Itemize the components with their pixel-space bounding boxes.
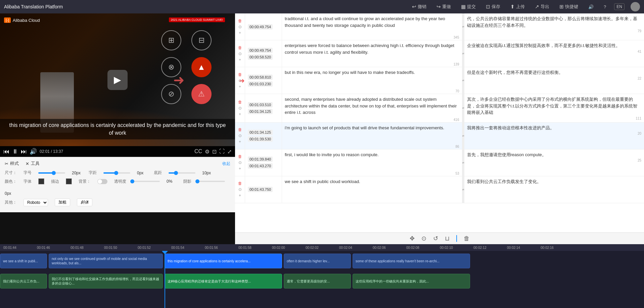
underline-tool-icon[interactable]: ⊔ — [445, 235, 450, 242]
expand-button[interactable]: ⤢ — [227, 148, 232, 155]
timeline-tick: 00:02:06 — [373, 246, 406, 250]
delete-icon[interactable]: 🗑 — [238, 72, 242, 77]
add-icon[interactable]: + — [239, 84, 241, 89]
shadow-slider[interactable] — [198, 181, 225, 182]
caption-button[interactable]: CC — [194, 148, 202, 155]
delete-icon[interactable]: 🗑 — [238, 154, 242, 159]
play-button-overlay[interactable]: ▶ — [107, 70, 128, 90]
fullscreen-button[interactable]: ⛶ — [219, 148, 225, 155]
left-panel: [-] Alibaba Cloud 2021 ALIBABA CLOUD SUM… — [0, 13, 235, 244]
pip-button[interactable]: ⊡ — [212, 148, 217, 155]
shortcuts-button[interactable]: ⊞ 快捷键 — [557, 3, 580, 10]
row-target[interactable]: 但是在这个新时代，您将不再需要进行这些权衡。 22 — [464, 67, 644, 94]
delete-tool-icon[interactable]: 🗑 — [464, 235, 470, 242]
icon-grid-6: ⚠ — [191, 84, 212, 104]
delete-icon[interactable]: 🗑 — [238, 181, 242, 186]
copy-icon[interactable]: ⊙ — [238, 160, 242, 165]
row-actions: 🗑 ⊙ + — [235, 13, 245, 40]
tl-segment-zh[interactable]: 这种核心应用程序的迁移肯定是由于大流行和这种类型... — [165, 274, 282, 289]
delete-icon[interactable]: 🗑 — [238, 100, 242, 104]
copy-tool-icon[interactable]: ⊙ — [421, 235, 426, 242]
tl-segment-zh[interactable]: 我们看到公共云工作负... — [0, 274, 47, 289]
rotate-tool-icon[interactable]: ↺ — [433, 235, 438, 242]
row-source[interactable]: i'm going to launch set of products that… — [282, 123, 462, 149]
delete-icon[interactable]: 🗑 — [238, 127, 242, 132]
bg-toggle[interactable] — [97, 179, 107, 184]
add-icon[interactable]: + — [239, 31, 241, 35]
row-target[interactable]: 其次，许多企业已经在数据中心内采用了分布式的横向扩展系统架构，但现在最重要的是，… — [464, 94, 644, 122]
tl-segment-en[interactable]: not only do we see continued growth of m… — [49, 254, 163, 268]
bold-button[interactable]: 加粗 — [55, 199, 70, 206]
add-icon[interactable]: + — [239, 193, 241, 198]
play-pause-button[interactable]: ⏸ — [12, 148, 18, 155]
tl-segment-en[interactable]: often it demands higher lev... — [284, 254, 351, 268]
row-source[interactable]: we see a shift in public cloud workload. — [282, 176, 462, 203]
undo-button[interactable]: ↩ 撤销 — [410, 3, 428, 10]
delete-icon[interactable]: 🗑 — [238, 18, 242, 23]
row-source[interactable]: first, i would like to invite you to rea… — [282, 149, 462, 176]
copy-icon[interactable]: ⊙ — [238, 51, 242, 56]
tab-style[interactable]: ✂ 样式 — [5, 161, 19, 167]
export-button[interactable]: ↗ 导出 — [533, 3, 551, 10]
font-size-slider[interactable] — [38, 172, 65, 174]
video-player[interactable]: [-] Alibaba Cloud 2021 ALIBABA CLOUD SUM… — [0, 13, 235, 146]
target-text: 其次，许多企业已经在数据中心内采用了分布式的横向扩展系统架构，但现在最重要的是，… — [467, 96, 642, 116]
playhead-line — [165, 251, 165, 308]
row-target[interactable]: 首先，我想邀请您使用reason compute。 25 — [464, 149, 644, 176]
tl-segment-zh[interactable]: 我们不仅看到了移动和社交媒体工作负载的持续增长，而且还看到越来越多的企业核心..… — [49, 274, 163, 289]
tl-segment-en[interactable]: we see a shift in publi... — [0, 254, 47, 268]
copy-icon[interactable]: ⊙ — [238, 106, 242, 111]
copy-icon[interactable]: ⊙ — [238, 25, 242, 29]
add-icon[interactable]: + — [239, 112, 241, 117]
next-button[interactable]: ⏭ — [21, 148, 27, 155]
language-selector[interactable]: EN — [614, 3, 625, 10]
row-target[interactable]: 代，公共云的存储容量将超过传统的企业数据中心，那么云将继续加速增长。多年来，基础… — [464, 13, 644, 40]
tl-segment-en[interactable]: this migration of core applications is c… — [165, 254, 282, 268]
add-icon[interactable]: + — [239, 57, 241, 62]
row-target[interactable]: 我将推出一套将推动这些根本性改进的产品。 20 — [464, 123, 644, 149]
row-source[interactable]: traditional i.t. and a cloud will contin… — [282, 13, 462, 40]
avatar[interactable] — [631, 2, 640, 11]
stroke-color-picker[interactable] — [66, 178, 72, 184]
copy-icon[interactable]: ⊙ — [238, 187, 242, 192]
source-text: traditional i.t. and a cloud will contin… — [285, 15, 459, 29]
tl-segment-en[interactable]: some of these applications really haven'… — [353, 254, 470, 268]
delete-icon[interactable]: 🗑 — [238, 45, 242, 50]
prev-button[interactable]: ⏮ — [3, 148, 9, 155]
timeline-tick: 00:02:04 — [339, 246, 373, 250]
tl-segment-zh[interactable]: 这些应用程序中的一些确实尚未重新架构，因此... — [353, 274, 470, 289]
font-color-picker[interactable] — [38, 178, 44, 184]
volume-button[interactable]: 🔊 — [30, 148, 37, 155]
italic-button[interactable]: 斜体 — [77, 199, 92, 206]
line-height-slider[interactable] — [169, 172, 195, 174]
add-icon[interactable]: + — [239, 139, 241, 144]
help-button[interactable]: ? — [602, 4, 608, 10]
timeline-tick: 00:01:50 — [104, 246, 138, 250]
transparency-slider[interactable] — [133, 181, 160, 182]
redo-button[interactable]: ↪ 重做 — [434, 3, 453, 10]
collapse-button[interactable]: 收起 — [222, 161, 230, 167]
copy-icon[interactable]: ⊙ — [238, 133, 242, 138]
move-tool-icon[interactable]: ✥ — [410, 235, 415, 242]
row-source[interactable]: but in this new era, no longer you will … — [282, 67, 462, 94]
letter-spacing-slider[interactable] — [103, 172, 130, 174]
font-family-select[interactable]: Roboto — [24, 199, 48, 206]
row-timing: 00:01:03.510 00:01:34.125 — [245, 94, 282, 122]
tab-tools[interactable]: ✕ 工具 — [26, 161, 40, 167]
timeline-tracks[interactable]: we see a shift in publi... not only do w… — [0, 251, 644, 308]
row-source[interactable]: second, many enterprises have already ad… — [282, 94, 462, 122]
help-icon: ? — [604, 4, 606, 9]
settings-button[interactable]: ⚙ — [205, 148, 210, 155]
row-target[interactable]: 我们看到公共云工作负载发生了变化。 — [464, 176, 644, 203]
upload-button[interactable]: ⬆ 上传 — [508, 3, 527, 10]
row-target[interactable]: 企业被迫在实现高i.t.通过预算控制提高效率，而不是更多的i.t.敏捷性和灵活性… — [464, 40, 644, 67]
submit-button[interactable]: ▦ 提交 — [459, 3, 478, 10]
save-button[interactable]: ⊡ 保存 — [484, 3, 502, 10]
video-controls: ⏮ ⏸ ⏭ 🔊 02:01 / 13:37 CC ⚙ ⊡ ⛶ ⤢ — [0, 146, 235, 157]
row-source[interactable]: enterprises were forced to balance betwe… — [282, 40, 462, 67]
row-timing: 00:00:49.754 — [245, 13, 282, 40]
tl-segment-zh[interactable]: 通常，它需要更高级别的安... — [284, 274, 351, 289]
audio-button[interactable]: 🔊 — [586, 4, 596, 10]
en-track-inner: we see a shift in publi... not only do w… — [0, 253, 604, 269]
add-icon[interactable]: + — [239, 166, 241, 171]
